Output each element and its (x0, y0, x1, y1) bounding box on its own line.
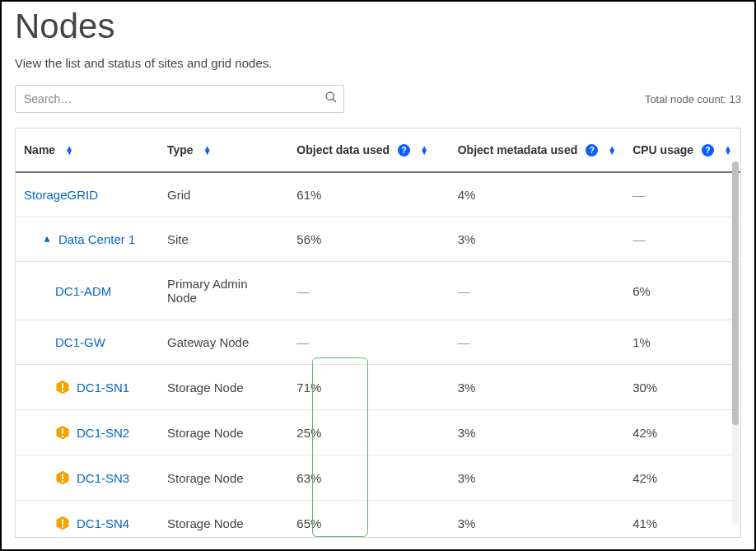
node-name-link[interactable]: DC1-SN3 (77, 471, 129, 485)
node-name-link[interactable]: StorageGRID (24, 188, 98, 202)
svg-rect-12 (62, 519, 63, 525)
node-name-link[interactable]: DC1-ADM (55, 284, 111, 298)
cell-object-meta: — (450, 320, 624, 365)
cell-cpu: 6% (624, 262, 740, 320)
col-header-object-data[interactable]: Object data used ? ▲▼ (288, 128, 449, 172)
node-name-link[interactable]: Data Center 1 (58, 232, 135, 246)
cell-type: Storage Node (159, 501, 288, 539)
cell-type: Site (159, 217, 288, 262)
warning-icon (55, 380, 70, 395)
cell-name: DC1-SN3 (16, 455, 159, 501)
cell-type: Grid (159, 172, 288, 217)
help-icon[interactable]: ? (702, 144, 714, 156)
svg-point-13 (62, 525, 63, 527)
search-input-wrap (15, 85, 344, 113)
node-name-link[interactable]: DC1-SN4 (77, 516, 129, 530)
cell-type: Storage Node (159, 410, 288, 455)
cell-name: StorageGRID (16, 172, 159, 217)
table-row: DC1-GW Gateway Node — — 1% (16, 320, 740, 365)
cell-type: Storage Node (159, 455, 288, 501)
cell-object-meta: 3% (450, 501, 624, 539)
cell-type: Storage Node (159, 365, 288, 410)
nodes-table: Name ▲▼ Type ▲▼ Object data used ? ▲▼ (16, 128, 740, 538)
node-name-link[interactable]: DC1-SN2 (77, 426, 129, 440)
svg-point-4 (62, 390, 63, 391)
cell-object-meta: 3% (450, 455, 624, 501)
scrollbar[interactable] (732, 161, 739, 524)
cell-cpu: — (624, 217, 740, 262)
nodes-table-wrap: Name ▲▼ Type ▲▼ Object data used ? ▲▼ (15, 128, 741, 538)
svg-point-7 (62, 435, 63, 437)
cell-cpu: 42% (624, 410, 740, 455)
sort-icon[interactable]: ▲▼ (724, 146, 732, 154)
cell-object-data: — (288, 320, 449, 365)
cell-cpu: 42% (624, 455, 740, 501)
chevron-up-icon[interactable]: ▼ (42, 234, 52, 245)
cell-object-meta: — (450, 262, 624, 320)
sort-icon[interactable]: ▲▼ (420, 146, 428, 154)
cell-object-data: 63% (288, 455, 449, 501)
cell-object-data: 25% (288, 410, 449, 455)
page-title: Nodes (15, 7, 741, 46)
node-name-link[interactable]: DC1-GW (55, 335, 105, 349)
svg-rect-3 (62, 383, 63, 389)
svg-point-10 (62, 480, 63, 482)
svg-rect-9 (62, 474, 63, 479)
sort-icon[interactable]: ▲▼ (65, 146, 73, 154)
cell-object-meta: 3% (450, 365, 624, 410)
search-input[interactable] (15, 85, 344, 113)
cell-object-meta: 4% (450, 172, 624, 217)
cell-object-data: 61% (288, 172, 449, 217)
table-row: DC1-SN3 Storage Node 63% 3% 42% (16, 455, 740, 501)
cell-cpu: 30% (624, 365, 740, 410)
col-header-name[interactable]: Name ▲▼ (16, 128, 159, 172)
table-row: DC1-SN2 Storage Node 25% 3% 42% (16, 410, 740, 455)
table-row: DC1-SN4 Storage Node 65% 3% 41% (16, 501, 740, 539)
cell-object-data: — (288, 262, 449, 320)
cell-cpu: — (624, 172, 740, 217)
cell-name: DC1-GW (16, 320, 159, 365)
table-row: StorageGRID Grid 61% 4% — (16, 172, 740, 217)
cell-object-data: 71% (288, 365, 449, 410)
help-icon[interactable]: ? (586, 144, 598, 156)
cell-type: Primary Admin Node (159, 262, 288, 320)
cell-object-data: 65% (288, 501, 449, 539)
cell-object-meta: 3% (450, 410, 624, 455)
warning-icon (55, 470, 70, 485)
cell-name: ▼ Data Center 1 (16, 217, 159, 262)
cell-type: Gateway Node (159, 320, 288, 365)
warning-icon (55, 516, 70, 530)
table-row: DC1-ADM Primary Admin Node — — 6% (16, 262, 740, 320)
cell-name: DC1-ADM (16, 262, 159, 320)
scrollbar-thumb[interactable] (732, 161, 739, 425)
total-node-count: Total node count: 13 (645, 93, 741, 105)
col-header-cpu[interactable]: CPU usage ? ▲▼ (624, 128, 740, 172)
svg-rect-6 (62, 428, 63, 434)
node-name-link[interactable]: DC1-SN1 (77, 381, 129, 395)
sort-icon[interactable]: ▲▼ (608, 146, 616, 154)
cell-object-meta: 3% (450, 217, 624, 262)
sort-icon[interactable]: ▲▼ (203, 146, 212, 154)
cell-name: DC1-SN2 (16, 410, 159, 455)
cell-cpu: 41% (624, 501, 740, 539)
table-row: ▼ Data Center 1 Site 56% 3% — (16, 217, 740, 262)
col-header-object-meta[interactable]: Object metadata used ? ▲▼ (450, 128, 624, 172)
cell-object-data: 56% (288, 217, 449, 262)
cell-name: DC1-SN4 (16, 501, 159, 539)
col-header-type[interactable]: Type ▲▼ (159, 128, 288, 172)
cell-name: DC1-SN1 (16, 365, 159, 410)
cell-cpu: 1% (624, 320, 740, 365)
table-row: DC1-SN1 Storage Node 71% 3% 30% (16, 365, 740, 410)
warning-icon (55, 425, 70, 440)
page-subtitle: View the list and status of sites and gr… (15, 56, 741, 70)
help-icon[interactable]: ? (398, 144, 410, 156)
